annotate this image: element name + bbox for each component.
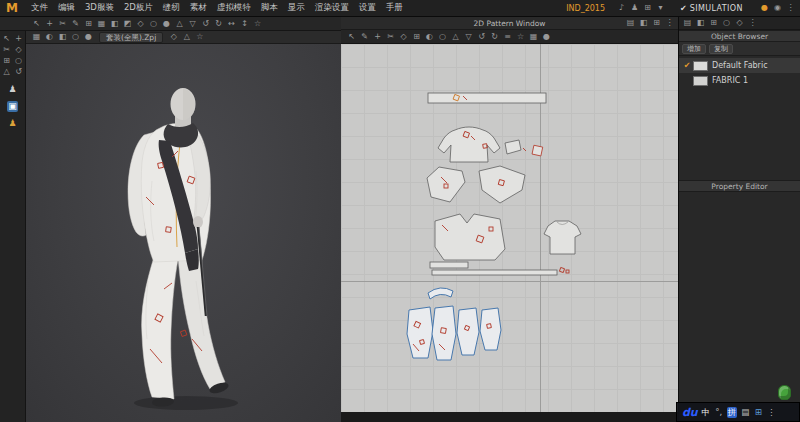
add-view-icon[interactable]: ⊞ [708,18,719,29]
pattern-icon[interactable]: ▦ [96,18,107,29]
baidu-ime-logo[interactable]: du [682,406,698,419]
diamond-2d-icon[interactable]: ◇ [398,31,409,42]
panel-more-icon[interactable]: ⋮ [785,3,796,14]
side-panel[interactable] [505,140,521,154]
object-browser-header[interactable]: Object Browser [679,30,800,42]
circle-tool-icon[interactable]: ○ [148,18,159,29]
pointer-tool-icon[interactable]: ↖ [1,33,12,44]
pants-panel-1[interactable] [407,307,433,358]
texture-mode-icon[interactable]: ◧ [57,32,68,43]
viewport-3d-canvas[interactable]: ▦◐◧○● 套装(全黑).Zpj ◇△☆ [26,31,341,422]
ime-language-mode[interactable]: 中 [701,407,711,418]
triangle-icon[interactable]: △ [1,66,12,77]
star-icon[interactable]: ☆ [252,18,263,29]
dropdown-icon[interactable]: ▾ [655,3,666,14]
render-mode-icon[interactable]: ▦ [31,32,42,43]
avatar-tool-icon[interactable]: ♟ [7,84,18,95]
record-icon[interactable]: ◉ [772,3,783,14]
menu-item-2[interactable]: 编辑 [53,2,80,14]
add-pattern-icon[interactable]: + [372,31,383,42]
sleeve-left[interactable] [427,167,465,202]
list-2d-icon[interactable]: ≡ [502,31,513,42]
hatch-2d-icon[interactable]: ▦ [528,31,539,42]
triangle-down-icon[interactable]: ▽ [187,18,198,29]
corner-shade-icon[interactable]: ◩ [122,18,133,29]
trace-icon[interactable]: ✂ [385,31,396,42]
collar-band[interactable] [428,288,453,299]
cut-tool-icon[interactable]: ✂ [1,44,12,55]
dot-tool-icon[interactable]: ● [161,18,172,29]
menu-item-10[interactable]: 渲染设置 [310,2,354,14]
menu-item-4[interactable]: 2D板片 [119,2,158,14]
waistband-strip[interactable] [428,93,546,103]
edit-pattern-icon[interactable]: ✎ [359,31,370,42]
shade-mode-icon[interactable]: ◐ [44,32,55,43]
arrow-horizontal-icon[interactable]: ↔ [226,18,237,29]
camera-icon[interactable]: △ [181,32,192,43]
add-point-icon[interactable]: + [44,18,55,29]
menu-item-7[interactable]: 虚拟模特 [212,2,256,14]
windows-icon[interactable]: ⊞ [651,18,662,29]
split-icon[interactable]: ◧ [638,18,649,29]
triangle-up-2d-icon[interactable]: △ [450,31,461,42]
user-icon[interactable]: ♟ [629,3,640,14]
select-tool-icon[interactable]: ↖ [31,18,42,29]
mannequin-3d[interactable] [26,31,341,422]
undo-icon[interactable]: ↺ [200,18,211,29]
layout-icon[interactable]: ▤ [625,18,636,29]
sync-icon[interactable]: ○ [721,18,732,29]
menu-item-8[interactable]: 脚本 [256,2,283,14]
pose-tool-icon[interactable]: ♟ [7,118,18,129]
t-shirt-panel[interactable] [544,221,581,254]
menu-item-3[interactable]: 3D服装 [80,2,119,14]
object-browser-button-1[interactable]: 增加 [682,44,706,54]
ime-keyboard-icon[interactable]: ▤ [740,407,750,418]
bodice-back[interactable] [438,127,500,162]
sleeve-right[interactable] [479,166,525,203]
gizmo-icon[interactable]: ◇ [168,32,179,43]
redo-icon[interactable]: ↻ [213,18,224,29]
fabric-row[interactable]: FABRIC 1 [679,73,800,88]
triangle-up-icon[interactable]: △ [174,18,185,29]
redo-2d-icon[interactable]: ↻ [489,31,500,42]
dot-2d-icon[interactable]: ● [541,31,552,42]
more-icon[interactable]: ⋮ [747,18,758,29]
diamond-icon[interactable]: ◇ [13,44,24,55]
menu-item-11[interactable]: 设置 [354,2,381,14]
filter-icon[interactable]: ◇ [734,18,745,29]
grid-icon[interactable]: ⊞ [83,18,94,29]
garment-tab-icon[interactable]: ▣ [7,101,18,112]
point-mode-icon[interactable]: ● [83,32,94,43]
binding-strip-short[interactable] [430,262,468,268]
mesh-icon[interactable]: ⊞ [1,55,12,66]
bookmark-icon[interactable]: ☆ [194,32,205,43]
triangle-down-2d-icon[interactable]: ▽ [463,31,474,42]
ime-pinyin-icon[interactable]: 拼 [727,407,738,418]
half-shade-icon[interactable]: ◧ [109,18,120,29]
small-square-patch[interactable] [532,145,543,156]
property-editor-header[interactable]: Property Editor [679,180,800,192]
split-view-icon[interactable]: ◧ [695,18,706,29]
simulation-label[interactable]: SIMULATION [690,4,758,13]
circle-2d-icon[interactable]: ○ [437,31,448,42]
contrast-icon[interactable]: ◐ [424,31,435,42]
star-2d-icon[interactable]: ☆ [515,31,526,42]
circle-icon[interactable]: ○ [13,55,24,66]
diamond-tool-icon[interactable]: ◇ [135,18,146,29]
menu-item-5[interactable]: 缝纫 [158,2,185,14]
project-file-tab[interactable]: 套装(全黑).Zpj [99,32,163,43]
pants-panel-4[interactable] [480,308,501,350]
pen-icon[interactable]: ✎ [70,18,81,29]
bodice-front[interactable] [435,214,505,260]
menu-item-1[interactable]: 文件 [26,2,53,14]
wireframe-mode-icon[interactable]: ○ [70,32,81,43]
plus-tool-icon[interactable]: + [13,33,24,44]
menu-item-9[interactable]: 显示 [283,2,310,14]
list-view-icon[interactable]: ▤ [682,18,693,29]
undo-2d-icon[interactable]: ↺ [476,31,487,42]
desktop-pet-icon[interactable] [778,385,791,400]
window-menu-icon[interactable]: ⋮ [664,18,675,29]
object-browser-button-2[interactable]: 复制 [709,44,733,54]
rotate-icon[interactable]: ↺ [13,66,24,77]
viewport-2d-canvas[interactable] [341,44,678,412]
